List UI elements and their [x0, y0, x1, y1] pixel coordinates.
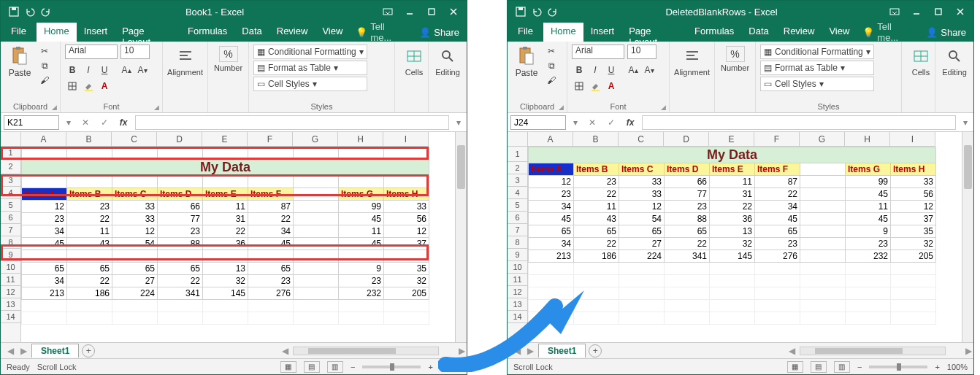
- sheet-table[interactable]: My DataItems AItems BItems CItems DItems…: [528, 147, 936, 325]
- hscroll-right-icon[interactable]: ▶: [456, 346, 467, 356]
- add-sheet-button[interactable]: +: [589, 344, 602, 357]
- cell[interactable]: [755, 287, 800, 300]
- cell[interactable]: [294, 300, 339, 312]
- page-layout-view-icon[interactable]: ▤: [811, 361, 827, 373]
- data-cell[interactable]: 205: [891, 250, 936, 263]
- format-painter-icon[interactable]: 🖌: [37, 74, 52, 87]
- col-header[interactable]: H: [338, 132, 383, 147]
- data-cell[interactable]: 23: [248, 275, 294, 287]
- data-cell[interactable]: 22: [574, 188, 619, 201]
- header-cell[interactable]: Items B: [574, 163, 619, 176]
- cell[interactable]: [710, 275, 755, 287]
- data-cell[interactable]: [294, 263, 339, 275]
- clipboard-dialog-icon[interactable]: ◢: [559, 104, 564, 111]
- cell[interactable]: [112, 176, 158, 188]
- select-all-corner[interactable]: [508, 132, 527, 147]
- header-cell[interactable]: Items C: [619, 163, 665, 176]
- data-cell[interactable]: 37: [891, 213, 936, 225]
- col-header[interactable]: D: [664, 132, 709, 147]
- data-cell[interactable]: 87: [755, 176, 800, 188]
- data-cell[interactable]: 31: [710, 188, 755, 201]
- cell[interactable]: [529, 287, 574, 300]
- data-cell[interactable]: 186: [67, 287, 112, 300]
- data-cell[interactable]: 32: [891, 238, 936, 250]
- data-cell[interactable]: 34: [22, 225, 67, 238]
- maximize-icon[interactable]: [928, 4, 949, 20]
- data-cell[interactable]: 45: [339, 238, 384, 250]
- cell[interactable]: [574, 263, 619, 275]
- data-cell[interactable]: 66: [665, 176, 710, 188]
- data-cell[interactable]: 23: [339, 275, 384, 287]
- tab-insert[interactable]: Insert: [583, 23, 622, 42]
- cell[interactable]: [665, 312, 710, 325]
- cell[interactable]: [665, 287, 710, 300]
- data-cell[interactable]: 87: [248, 201, 294, 213]
- data-cell[interactable]: 65: [248, 263, 294, 275]
- cell[interactable]: [112, 147, 158, 160]
- redo-icon[interactable]: [547, 6, 559, 18]
- cell-styles-button[interactable]: ▭Cell Styles▾: [253, 77, 367, 91]
- cell[interactable]: [891, 263, 936, 275]
- data-cell[interactable]: 45: [846, 213, 891, 225]
- close-icon[interactable]: [443, 4, 464, 20]
- data-cell[interactable]: 22: [158, 275, 203, 287]
- data-cell[interactable]: [294, 238, 339, 250]
- row-header[interactable]: 1: [508, 147, 527, 162]
- header-cell[interactable]: Items H: [891, 163, 936, 176]
- data-cell[interactable]: 34: [529, 201, 574, 213]
- font-size-select[interactable]: 10: [120, 45, 150, 59]
- tab-data[interactable]: Data: [234, 23, 269, 42]
- data-cell[interactable]: 11: [67, 225, 112, 238]
- cell[interactable]: [891, 300, 936, 312]
- page-break-view-icon[interactable]: ▥: [834, 361, 850, 373]
- cell[interactable]: [619, 263, 665, 275]
- italic-button[interactable]: I: [588, 63, 602, 77]
- cell[interactable]: [22, 250, 67, 263]
- data-cell[interactable]: 11: [203, 201, 248, 213]
- data-cell[interactable]: 22: [710, 201, 755, 213]
- data-cell[interactable]: 27: [619, 238, 665, 250]
- cell[interactable]: [846, 275, 891, 287]
- data-cell[interactable]: 12: [22, 201, 67, 213]
- underline-button[interactable]: U: [97, 63, 112, 77]
- save-icon[interactable]: [515, 6, 527, 18]
- formula-expand-icon[interactable]: ▾: [960, 117, 971, 128]
- zoom-slider[interactable]: [869, 366, 927, 368]
- header-cell[interactable]: [294, 188, 339, 201]
- cells-group[interactable]: Cells: [906, 45, 935, 78]
- data-cell[interactable]: [294, 275, 339, 287]
- redo-icon[interactable]: [40, 6, 52, 18]
- tab-home[interactable]: Home: [543, 23, 583, 42]
- data-cell[interactable]: 54: [112, 238, 158, 250]
- row-header[interactable]: 13: [508, 298, 527, 311]
- data-cell[interactable]: 43: [574, 213, 619, 225]
- cell[interactable]: [67, 147, 112, 160]
- copy-icon[interactable]: ⧉: [37, 59, 52, 72]
- cell[interactable]: [339, 250, 384, 263]
- cell[interactable]: [755, 312, 800, 325]
- borders-button[interactable]: [572, 80, 586, 93]
- data-cell[interactable]: 12: [384, 225, 429, 238]
- col-header[interactable]: I: [890, 132, 935, 147]
- cell-styles-button[interactable]: ▭Cell Styles▾: [760, 77, 874, 91]
- cell[interactable]: [619, 275, 665, 287]
- cell[interactable]: [294, 250, 339, 263]
- data-cell[interactable]: 12: [529, 176, 574, 188]
- cell[interactable]: [710, 300, 755, 312]
- data-cell[interactable]: 65: [755, 225, 800, 238]
- row-header[interactable]: 4: [1, 187, 20, 199]
- data-cell[interactable]: 65: [619, 225, 665, 238]
- cell[interactable]: [248, 312, 294, 325]
- header-cell[interactable]: Items C: [112, 188, 158, 201]
- col-header[interactable]: D: [157, 132, 202, 147]
- data-cell[interactable]: [294, 201, 339, 213]
- tab-formulas[interactable]: Formulas: [180, 23, 234, 42]
- data-cell[interactable]: 65: [22, 263, 67, 275]
- formula-expand-icon[interactable]: ▾: [453, 117, 464, 128]
- data-cell[interactable]: 45: [248, 238, 294, 250]
- close-icon[interactable]: [950, 4, 971, 20]
- zoom-out-icon[interactable]: −: [351, 363, 355, 371]
- font-size-select[interactable]: 10: [627, 45, 656, 59]
- data-cell[interactable]: 276: [248, 287, 294, 300]
- col-header[interactable]: E: [709, 132, 754, 147]
